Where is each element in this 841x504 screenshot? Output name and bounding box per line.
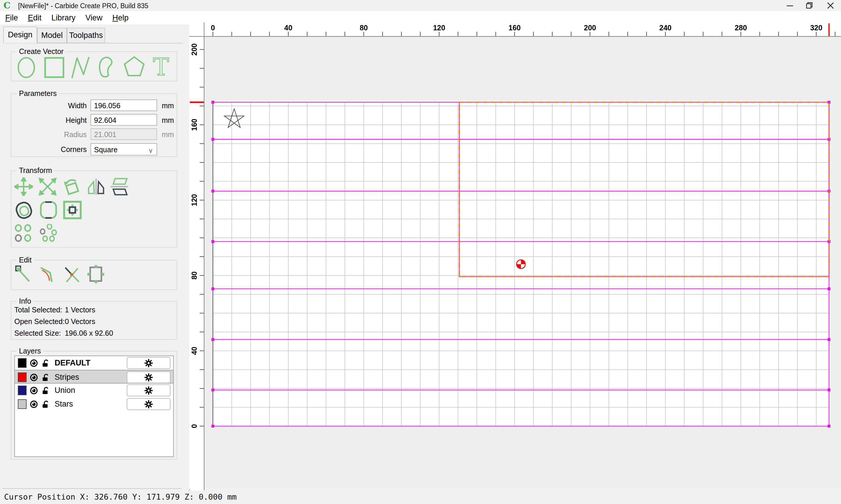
svg-text:160: 160 — [190, 119, 198, 131]
info-open-selected: Open Selected: 0 Vectors — [14, 317, 95, 326]
create-polygon-button[interactable] — [121, 54, 148, 81]
unlock-icon[interactable] — [42, 359, 51, 369]
status-bar: Cursor Position X: 326.760 Y: 171.979 Z:… — [0, 490, 841, 504]
layer-settings-button[interactable] — [127, 371, 171, 383]
info-selected-size: Selected Size: 196.06 x 92.60 — [14, 329, 113, 338]
rotate-icon — [62, 177, 81, 196]
create-polyline-button[interactable] — [67, 54, 94, 81]
create-circle-button[interactable] — [14, 54, 40, 81]
menu-library[interactable]: Library — [47, 14, 81, 22]
layer-row-stripes[interactable]: Stripes — [15, 370, 173, 383]
svg-text:80: 80 — [360, 24, 368, 32]
transform-grid-array-button[interactable] — [14, 224, 33, 243]
layer-row-stars[interactable]: Stars — [15, 397, 173, 411]
app-logo-icon: C — [3, 1, 12, 10]
layer-name[interactable]: Stripes — [55, 373, 79, 382]
layers-title: Layers — [17, 347, 43, 355]
svg-text:120: 120 — [433, 24, 445, 32]
close-button[interactable] — [821, 0, 840, 11]
create-curve-button[interactable] — [94, 54, 121, 81]
transform-round-corners-button[interactable] — [38, 199, 59, 222]
layer-name[interactable]: Union — [55, 386, 75, 395]
close-icon — [827, 2, 834, 9]
visibility-eye-icon[interactable] — [30, 359, 38, 369]
height-label: Height — [12, 114, 87, 126]
transform-title: Transform — [17, 166, 54, 175]
layer-name[interactable]: DEFAULT — [55, 358, 90, 367]
grid-array-icon — [14, 224, 33, 242]
edit-fillet-button[interactable] — [38, 265, 57, 285]
svg-text:120: 120 — [190, 194, 198, 206]
layer-color-swatch[interactable] — [18, 373, 27, 382]
transform-mirror-button[interactable] — [87, 177, 105, 197]
layer-settings-button[interactable] — [127, 384, 171, 396]
layer-row-default[interactable]: DEFAULT — [15, 356, 173, 370]
width-input[interactable]: 196.056 — [90, 100, 157, 111]
visibility-eye-icon[interactable] — [30, 400, 38, 410]
node-edit-icon — [14, 265, 34, 284]
transform-rotate-button[interactable] — [62, 177, 81, 197]
transform-inset-button[interactable] — [62, 199, 83, 222]
unlock-icon[interactable] — [42, 386, 51, 396]
width-unit: mm — [162, 100, 174, 112]
create-text-button[interactable]: T — [148, 54, 174, 81]
layers-group: Layers DEFAULT — [11, 351, 177, 460]
menu-help[interactable]: Help — [107, 14, 134, 22]
text-icon: T — [148, 54, 174, 80]
inset-icon — [62, 199, 83, 220]
transform-flip-vertical-button[interactable] — [110, 177, 129, 197]
visibility-eye-icon[interactable] — [30, 386, 38, 396]
layer-color-swatch[interactable] — [18, 399, 27, 409]
title-bar[interactable]: C [NewFile]* - Carbide Create PRO, Build… — [0, 0, 841, 11]
edit-resize-button[interactable] — [86, 265, 105, 285]
parameters-title: Parameters — [17, 89, 59, 98]
edit-trim-button[interactable] — [62, 265, 82, 285]
ruler-corner — [189, 22, 204, 37]
layer-name[interactable]: Stars — [55, 400, 73, 409]
svg-text:280: 280 — [735, 24, 747, 32]
layer-row-union[interactable]: Union — [15, 383, 173, 397]
create-rectangle-button[interactable] — [40, 54, 67, 81]
svg-text:160: 160 — [509, 24, 521, 32]
menu-edit[interactable]: Edit — [23, 14, 47, 22]
layer-settings-button[interactable] — [127, 357, 171, 369]
unlock-icon[interactable] — [42, 373, 51, 383]
info-title: Info — [17, 297, 34, 305]
transform-offset-button[interactable] — [14, 199, 35, 222]
edit-node-edit-button[interactable] — [14, 265, 34, 285]
svg-text:0: 0 — [190, 424, 198, 428]
radius-label: Radius — [12, 128, 87, 141]
menu-file[interactable]: File — [0, 14, 23, 22]
offset-icon — [14, 199, 35, 220]
tab-design[interactable]: Design — [3, 26, 37, 43]
layer-color-swatch[interactable] — [18, 358, 27, 368]
move-icon — [14, 177, 33, 196]
info-group: Info Total Selected: 1 Vectors Open Sele… — [11, 301, 177, 340]
circle-icon — [14, 54, 40, 80]
visibility-eye-icon[interactable] — [30, 373, 38, 383]
gear-icon — [144, 386, 153, 395]
menu-view[interactable]: View — [81, 14, 107, 22]
corners-select[interactable]: Square ∨ — [90, 143, 157, 156]
tab-toolpaths[interactable]: Toolpaths — [67, 28, 105, 43]
layer-color-swatch[interactable] — [18, 385, 27, 395]
layer-settings-button[interactable] — [127, 398, 171, 410]
svg-text:40: 40 — [284, 24, 292, 32]
tab-model[interactable]: Model — [37, 28, 67, 43]
svg-text:40: 40 — [190, 347, 198, 355]
svg-text:200: 200 — [584, 24, 596, 32]
corners-value: Square — [94, 146, 118, 154]
unlock-icon[interactable] — [42, 400, 51, 410]
transform-circular-array-button[interactable] — [38, 224, 57, 243]
transform-group: Transform — [11, 170, 177, 248]
minimize-button[interactable] — [780, 0, 799, 11]
radius-unit: mm — [162, 128, 174, 141]
flip-vertical-icon — [110, 177, 129, 196]
transform-move-button[interactable] — [14, 177, 33, 197]
transform-scale-button[interactable] — [38, 177, 57, 197]
restore-button[interactable] — [800, 0, 819, 11]
design-canvas[interactable]: 0408012016020024028032020016012080400 — [189, 22, 841, 489]
height-input[interactable]: 92.604 — [90, 114, 157, 126]
parameters-group: Parameters Width 196.056 mm Height 92.60… — [11, 93, 177, 157]
create-vector-group: Create Vector T — [11, 51, 177, 82]
